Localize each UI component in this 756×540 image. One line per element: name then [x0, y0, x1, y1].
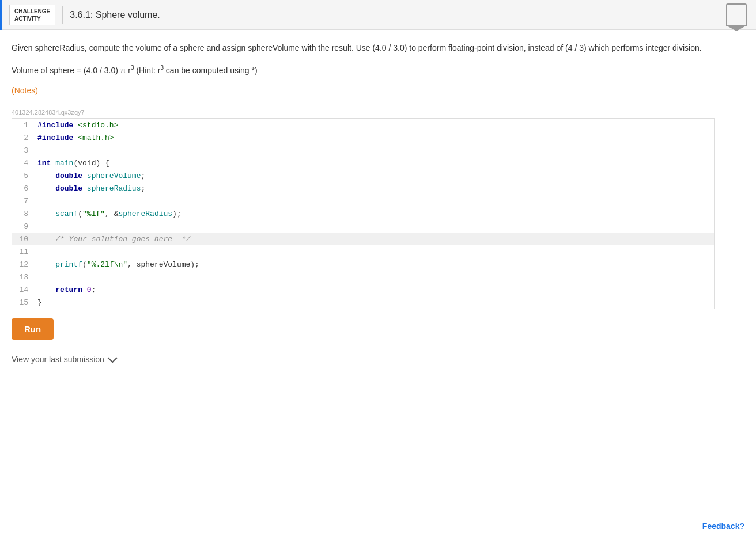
editor-id: 401324.2824834.qx3zqy7 — [12, 109, 744, 116]
code-line-9: 9 — [12, 220, 714, 233]
code-line-14: 14 return 0; — [12, 283, 714, 296]
code-editor[interactable]: 1 #include <stdio.h> 2 #include <math.h>… — [12, 118, 715, 309]
code-line-2: 2 #include <math.h> — [12, 131, 714, 144]
code-line-5: 5 double sphereVolume; — [12, 169, 714, 182]
view-submission-toggle[interactable]: View your last submission — [12, 349, 744, 370]
code-line-11: 11 — [12, 245, 714, 258]
chevron-down-icon — [107, 353, 117, 363]
description-text: Given sphereRadius, compute the volume o… — [12, 41, 744, 54]
code-line-6: 6 double sphereRadius; — [12, 182, 714, 195]
code-line-3: 3 — [12, 144, 714, 157]
view-submission-label: View your last submission — [12, 355, 104, 364]
challenge-activity-label: CHALLENGE ACTIVITY — [9, 5, 55, 25]
feedback-link[interactable]: Feedback? — [702, 522, 744, 531]
run-button[interactable]: Run — [12, 318, 54, 340]
code-line-1: 1 #include <stdio.h> — [12, 119, 714, 131]
code-editor-container: 401324.2824834.qx3zqy7 ✓ 1 test passed A… — [12, 109, 744, 309]
formula-line: Volume of sphere = (4.0 / 3.0) π r3 (Hin… — [12, 63, 744, 77]
header: CHALLENGE ACTIVITY 3.6.1: Sphere volume. — [0, 0, 756, 30]
code-line-10: 10 /* Your solution goes here */ — [12, 233, 714, 245]
activity-title: 3.6.1: Sphere volume. — [70, 10, 726, 20]
content-area: Given sphereRadius, compute the volume o… — [0, 30, 756, 375]
header-divider — [62, 6, 63, 24]
code-line-8: 8 scanf("%lf", &sphereRadius); — [12, 207, 714, 220]
code-line-7: 7 — [12, 195, 714, 207]
activity-badge — [726, 3, 747, 26]
code-line-4: 4 int main(void) { — [12, 157, 714, 169]
code-line-12: 12 printf("%.2lf\n", sphereVolume); — [12, 258, 714, 271]
code-line-13: 13 — [12, 271, 714, 283]
header-blue-bar — [0, 0, 2, 30]
notes-link[interactable]: (Notes) — [12, 86, 38, 95]
code-line-15: 15 } — [12, 296, 714, 309]
